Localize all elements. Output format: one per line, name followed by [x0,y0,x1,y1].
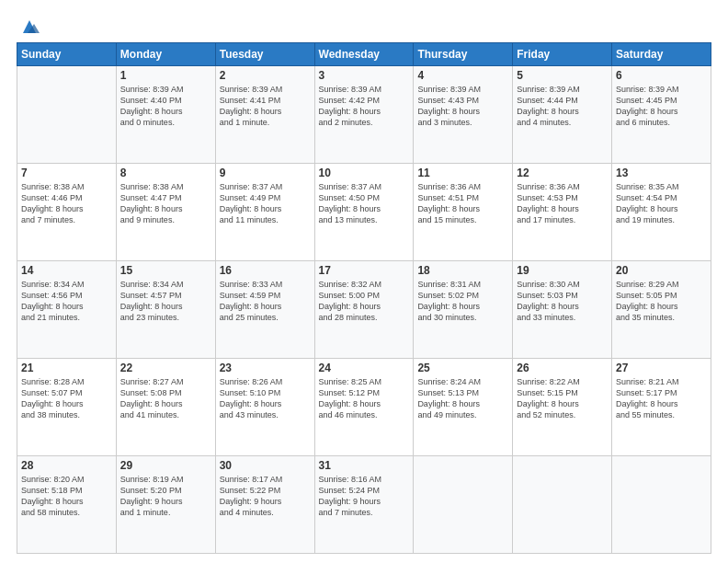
day-info: Sunrise: 8:39 AM Sunset: 4:43 PM Dayligh… [417,84,508,129]
day-info: Sunrise: 8:39 AM Sunset: 4:45 PM Dayligh… [616,84,707,129]
calendar-cell: 29Sunrise: 8:19 AM Sunset: 5:20 PM Dayli… [116,456,215,554]
day-info: Sunrise: 8:19 AM Sunset: 5:20 PM Dayligh… [120,474,211,519]
calendar-cell: 4Sunrise: 8:39 AM Sunset: 4:43 PM Daylig… [414,66,513,164]
day-number: 26 [517,362,608,374]
day-number: 5 [517,69,608,82]
day-number: 8 [120,167,211,179]
weekday-header-thursday: Thursday [414,43,513,66]
day-info: Sunrise: 8:20 AM Sunset: 5:18 PM Dayligh… [21,474,112,519]
calendar-cell: 16Sunrise: 8:33 AM Sunset: 4:59 PM Dayli… [215,261,314,359]
day-info: Sunrise: 8:39 AM Sunset: 4:44 PM Dayligh… [517,84,608,129]
calendar-cell: 19Sunrise: 8:30 AM Sunset: 5:03 PM Dayli… [513,261,612,359]
day-number: 16 [220,264,311,277]
calendar-cell: 30Sunrise: 8:17 AM Sunset: 5:22 PM Dayli… [215,456,314,554]
day-number: 6 [616,69,707,82]
day-number: 24 [319,362,410,374]
day-info: Sunrise: 8:31 AM Sunset: 5:02 PM Dayligh… [417,279,508,324]
calendar-cell: 11Sunrise: 8:36 AM Sunset: 4:51 PM Dayli… [414,164,513,261]
calendar-cell: 9Sunrise: 8:37 AM Sunset: 4:49 PM Daylig… [215,164,314,261]
day-number: 1 [120,69,211,82]
day-info: Sunrise: 8:39 AM Sunset: 4:41 PM Dayligh… [220,84,311,129]
day-number: 15 [120,264,211,277]
calendar-cell [17,66,117,164]
day-info: Sunrise: 8:24 AM Sunset: 5:13 PM Dayligh… [417,376,508,421]
calendar-cell: 17Sunrise: 8:32 AM Sunset: 5:00 PM Dayli… [314,261,414,359]
day-info: Sunrise: 8:30 AM Sunset: 5:03 PM Dayligh… [517,279,608,324]
day-info: Sunrise: 8:34 AM Sunset: 4:56 PM Dayligh… [21,279,112,324]
day-info: Sunrise: 8:35 AM Sunset: 4:54 PM Dayligh… [616,181,707,226]
calendar-cell: 14Sunrise: 8:34 AM Sunset: 4:56 PM Dayli… [17,261,117,359]
weekday-header-tuesday: Tuesday [215,43,314,66]
calendar-cell: 13Sunrise: 8:35 AM Sunset: 4:54 PM Dayli… [612,164,711,261]
calendar-cell: 25Sunrise: 8:24 AM Sunset: 5:13 PM Dayli… [414,359,513,456]
calendar-week-5: 28Sunrise: 8:20 AM Sunset: 5:18 PM Dayli… [17,456,711,554]
day-info: Sunrise: 8:17 AM Sunset: 5:22 PM Dayligh… [220,474,311,519]
day-number: 11 [417,167,508,179]
day-info: Sunrise: 8:38 AM Sunset: 4:47 PM Dayligh… [120,181,211,226]
calendar-header: SundayMondayTuesdayWednesdayThursdayFrid… [17,43,711,66]
day-info: Sunrise: 8:32 AM Sunset: 5:00 PM Dayligh… [319,279,410,324]
day-number: 30 [220,459,311,472]
calendar-cell: 26Sunrise: 8:22 AM Sunset: 5:15 PM Dayli… [513,359,612,456]
day-info: Sunrise: 8:33 AM Sunset: 4:59 PM Dayligh… [220,279,311,324]
calendar-cell [414,456,513,554]
day-info: Sunrise: 8:39 AM Sunset: 4:40 PM Dayligh… [120,84,211,129]
calendar-cell: 28Sunrise: 8:20 AM Sunset: 5:18 PM Dayli… [17,456,117,554]
calendar-cell: 8Sunrise: 8:38 AM Sunset: 4:47 PM Daylig… [116,164,215,261]
day-info: Sunrise: 8:37 AM Sunset: 4:50 PM Dayligh… [319,181,410,226]
calendar-week-2: 7Sunrise: 8:38 AM Sunset: 4:46 PM Daylig… [17,164,711,261]
calendar-cell: 1Sunrise: 8:39 AM Sunset: 4:40 PM Daylig… [116,66,215,164]
day-number: 21 [21,362,112,374]
day-info: Sunrise: 8:37 AM Sunset: 4:49 PM Dayligh… [220,181,311,226]
day-info: Sunrise: 8:26 AM Sunset: 5:10 PM Dayligh… [220,376,311,421]
calendar-cell: 31Sunrise: 8:16 AM Sunset: 5:24 PM Dayli… [314,456,414,554]
weekday-header-monday: Monday [116,43,215,66]
day-info: Sunrise: 8:22 AM Sunset: 5:15 PM Dayligh… [517,376,608,421]
day-info: Sunrise: 8:28 AM Sunset: 5:07 PM Dayligh… [21,376,112,421]
day-number: 3 [319,69,410,82]
calendar-cell: 20Sunrise: 8:29 AM Sunset: 5:05 PM Dayli… [612,261,711,359]
calendar-cell: 6Sunrise: 8:39 AM Sunset: 4:45 PM Daylig… [612,66,711,164]
page: SundayMondayTuesdayWednesdayThursdayFrid… [0,0,728,563]
calendar-cell: 24Sunrise: 8:25 AM Sunset: 5:12 PM Dayli… [314,359,414,456]
day-info: Sunrise: 8:36 AM Sunset: 4:51 PM Dayligh… [417,181,508,226]
calendar-cell: 27Sunrise: 8:21 AM Sunset: 5:17 PM Dayli… [612,359,711,456]
day-info: Sunrise: 8:21 AM Sunset: 5:17 PM Dayligh… [616,376,707,421]
calendar-cell: 2Sunrise: 8:39 AM Sunset: 4:41 PM Daylig… [215,66,314,164]
calendar-cell: 7Sunrise: 8:38 AM Sunset: 4:46 PM Daylig… [17,164,117,261]
calendar-cell: 10Sunrise: 8:37 AM Sunset: 4:50 PM Dayli… [314,164,414,261]
day-info: Sunrise: 8:27 AM Sunset: 5:08 PM Dayligh… [120,376,211,421]
day-number: 17 [319,264,410,277]
day-number: 29 [120,459,211,472]
weekday-header-wednesday: Wednesday [314,43,414,66]
day-info: Sunrise: 8:34 AM Sunset: 4:57 PM Dayligh… [120,279,211,324]
logo [17,15,40,37]
day-number: 19 [517,264,608,277]
day-number: 10 [319,167,410,179]
calendar-cell [612,456,711,554]
day-info: Sunrise: 8:25 AM Sunset: 5:12 PM Dayligh… [319,376,410,421]
day-info: Sunrise: 8:38 AM Sunset: 4:46 PM Dayligh… [21,181,112,226]
day-number: 2 [220,69,311,82]
calendar-week-3: 14Sunrise: 8:34 AM Sunset: 4:56 PM Dayli… [17,261,711,359]
calendar-cell: 15Sunrise: 8:34 AM Sunset: 4:57 PM Dayli… [116,261,215,359]
calendar-cell [513,456,612,554]
calendar-week-4: 21Sunrise: 8:28 AM Sunset: 5:07 PM Dayli… [17,359,711,456]
calendar-cell: 23Sunrise: 8:26 AM Sunset: 5:10 PM Dayli… [215,359,314,456]
day-number: 23 [220,362,311,374]
weekday-header-sunday: Sunday [17,43,117,66]
day-number: 14 [21,264,112,277]
day-info: Sunrise: 8:29 AM Sunset: 5:05 PM Dayligh… [616,279,707,324]
header [17,15,711,37]
logo-icon [19,17,40,37]
calendar-table: SundayMondayTuesdayWednesdayThursdayFrid… [17,42,711,554]
calendar-body: 1Sunrise: 8:39 AM Sunset: 4:40 PM Daylig… [17,66,711,554]
weekday-header-friday: Friday [513,43,612,66]
weekday-header-saturday: Saturday [612,43,711,66]
calendar-cell: 21Sunrise: 8:28 AM Sunset: 5:07 PM Dayli… [17,359,117,456]
calendar-cell: 5Sunrise: 8:39 AM Sunset: 4:44 PM Daylig… [513,66,612,164]
day-number: 18 [417,264,508,277]
day-number: 13 [616,167,707,179]
day-info: Sunrise: 8:36 AM Sunset: 4:53 PM Dayligh… [517,181,608,226]
calendar-cell: 22Sunrise: 8:27 AM Sunset: 5:08 PM Dayli… [116,359,215,456]
